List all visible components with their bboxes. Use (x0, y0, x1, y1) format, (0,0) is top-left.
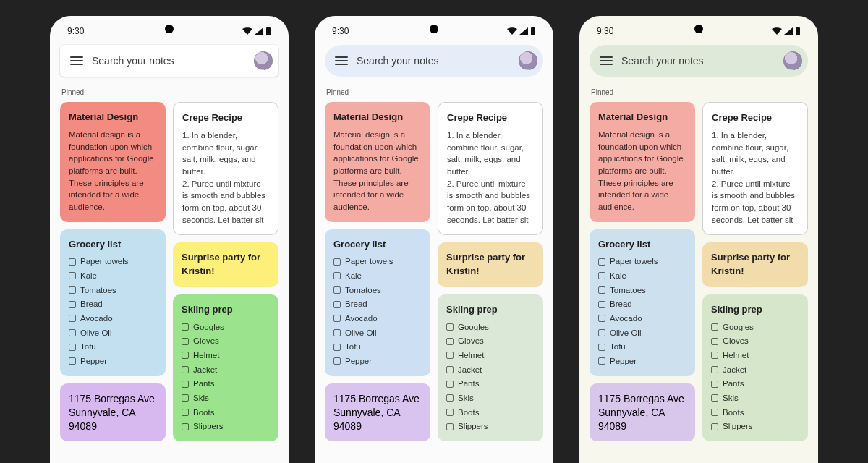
checkbox-icon[interactable] (182, 381, 189, 388)
checkbox-icon[interactable] (69, 357, 76, 365)
note-address[interactable]: 1175 Borregas Ave Sunnyvale, CA 94089 (590, 383, 695, 442)
checkbox-icon[interactable] (711, 323, 718, 331)
checkbox-icon[interactable] (598, 329, 605, 336)
checklist-item[interactable]: Bread (333, 298, 422, 310)
checklist-item[interactable]: Avocado (333, 313, 422, 325)
search-input[interactable]: Search your notes (621, 55, 775, 67)
checklist-item[interactable]: Tofu (598, 341, 686, 353)
avatar[interactable] (254, 51, 273, 70)
checklist-item[interactable]: Pants (711, 378, 799, 390)
checkbox-icon[interactable] (69, 272, 76, 279)
checklist-item[interactable]: Olive Oil (333, 327, 422, 339)
checklist-item[interactable]: Helmet (446, 349, 535, 362)
note-crepe-recipe[interactable]: Crepe Recipe 1. In a blender, combine fl… (702, 102, 808, 235)
checklist-item[interactable]: Avocado (69, 313, 157, 325)
checkbox-icon[interactable] (69, 301, 76, 308)
checklist-item[interactable]: Boots (446, 407, 535, 419)
checkbox-icon[interactable] (598, 357, 605, 365)
note-surprise-party[interactable]: Surprise party for Kristin! (173, 242, 278, 287)
checklist-item[interactable]: Googles (446, 321, 535, 334)
checklist-item[interactable]: Slippers (711, 420, 799, 433)
checklist-item[interactable]: Googles (711, 321, 799, 334)
hamburger-icon[interactable] (335, 56, 348, 65)
checklist-item[interactable]: Bread (69, 298, 157, 310)
checkbox-icon[interactable] (333, 329, 341, 336)
checkbox-icon[interactable] (333, 258, 341, 266)
checkbox-icon[interactable] (182, 409, 189, 416)
checkbox-icon[interactable] (711, 352, 718, 359)
note-grocery-list[interactable]: Grocery list Paper towelsKaleTomatoesBre… (60, 229, 166, 376)
checkbox-icon[interactable] (598, 272, 605, 279)
checkbox-icon[interactable] (333, 272, 341, 279)
checklist-item[interactable]: Tofu (333, 341, 422, 353)
note-material-design[interactable]: Material Design Material design is a fou… (590, 102, 695, 222)
checklist-item[interactable]: Googles (182, 321, 270, 334)
checklist-item[interactable]: Jacket (182, 364, 270, 376)
note-material-design[interactable]: Material Design Material design is a fou… (325, 102, 430, 222)
checklist-item[interactable]: Gloves (711, 335, 799, 347)
checkbox-icon[interactable] (711, 381, 718, 388)
checklist-item[interactable]: Pepper (69, 355, 157, 368)
checkbox-icon[interactable] (333, 357, 341, 365)
checkbox-icon[interactable] (182, 338, 189, 345)
hamburger-icon[interactable] (600, 56, 613, 65)
note-skiing-prep[interactable]: Skiing prep GooglesGlovesHelmetJacketPan… (173, 294, 278, 441)
avatar[interactable] (783, 51, 802, 70)
checklist-item[interactable]: Slippers (182, 420, 270, 433)
checklist-item[interactable]: Skis (711, 392, 799, 404)
checklist-item[interactable]: Olive Oil (69, 327, 157, 339)
checklist-item[interactable]: Olive Oil (598, 327, 686, 339)
checklist-item[interactable]: Kale (69, 270, 157, 282)
checklist-item[interactable]: Tomatoes (333, 284, 422, 297)
checkbox-icon[interactable] (69, 315, 76, 322)
checklist-item[interactable]: Bread (598, 298, 686, 310)
checkbox-icon[interactable] (598, 258, 605, 266)
checkbox-icon[interactable] (598, 301, 605, 308)
checklist-item[interactable]: Avocado (598, 313, 686, 325)
checkbox-icon[interactable] (446, 338, 454, 345)
checkbox-icon[interactable] (333, 315, 341, 322)
checklist-item[interactable]: Boots (182, 407, 270, 419)
checkbox-icon[interactable] (711, 394, 718, 402)
checklist-item[interactable]: Tomatoes (69, 284, 157, 297)
checkbox-icon[interactable] (446, 394, 454, 402)
checklist-item[interactable]: Kale (598, 270, 686, 282)
note-skiing-prep[interactable]: Skiing prep GooglesGlovesHelmetJacketPan… (438, 294, 543, 441)
note-address[interactable]: 1175 Borregas Ave Sunnyvale, CA 94089 (325, 383, 430, 442)
checkbox-icon[interactable] (446, 423, 454, 430)
checklist-item[interactable]: Slippers (446, 420, 535, 433)
checklist-item[interactable]: Paper towels (69, 255, 157, 268)
checklist-item[interactable]: Tofu (69, 341, 157, 353)
checklist-item[interactable]: Pants (446, 378, 535, 390)
checklist-item[interactable]: Jacket (446, 364, 535, 376)
checklist-item[interactable]: Helmet (182, 349, 270, 362)
search-input[interactable]: Search your notes (92, 55, 245, 67)
search-bar[interactable]: Search your notes (590, 45, 808, 77)
checkbox-icon[interactable] (333, 344, 341, 351)
note-crepe-recipe[interactable]: Crepe Recipe 1. In a blender, combine fl… (173, 102, 278, 235)
hamburger-icon[interactable] (70, 56, 83, 65)
checkbox-icon[interactable] (182, 352, 189, 359)
search-bar[interactable]: Search your notes (60, 45, 278, 77)
checklist-item[interactable]: Tomatoes (598, 284, 686, 297)
checkbox-icon[interactable] (69, 258, 76, 266)
checkbox-icon[interactable] (446, 366, 454, 373)
checklist-item[interactable]: Skis (182, 392, 270, 404)
note-surprise-party[interactable]: Surprise party for Kristin! (438, 242, 543, 287)
checklist-item[interactable]: Helmet (711, 349, 799, 362)
checklist-item[interactable]: Pepper (598, 355, 686, 368)
checkbox-icon[interactable] (69, 329, 76, 336)
checkbox-icon[interactable] (182, 366, 189, 373)
note-address[interactable]: 1175 Borregas Ave Sunnyvale, CA 94089 (60, 383, 166, 442)
note-grocery-list[interactable]: Grocery list Paper towelsKaleTomatoesBre… (590, 229, 695, 376)
checkbox-icon[interactable] (598, 286, 605, 294)
search-input[interactable]: Search your notes (357, 55, 510, 67)
checklist-item[interactable]: Pants (182, 378, 270, 390)
checkbox-icon[interactable] (446, 323, 454, 331)
checklist-item[interactable]: Gloves (446, 335, 535, 347)
checkbox-icon[interactable] (182, 323, 189, 331)
checkbox-icon[interactable] (446, 409, 454, 416)
checklist-item[interactable]: Kale (333, 270, 422, 282)
checkbox-icon[interactable] (711, 338, 718, 345)
note-crepe-recipe[interactable]: Crepe Recipe 1. In a blender, combine fl… (438, 102, 543, 235)
